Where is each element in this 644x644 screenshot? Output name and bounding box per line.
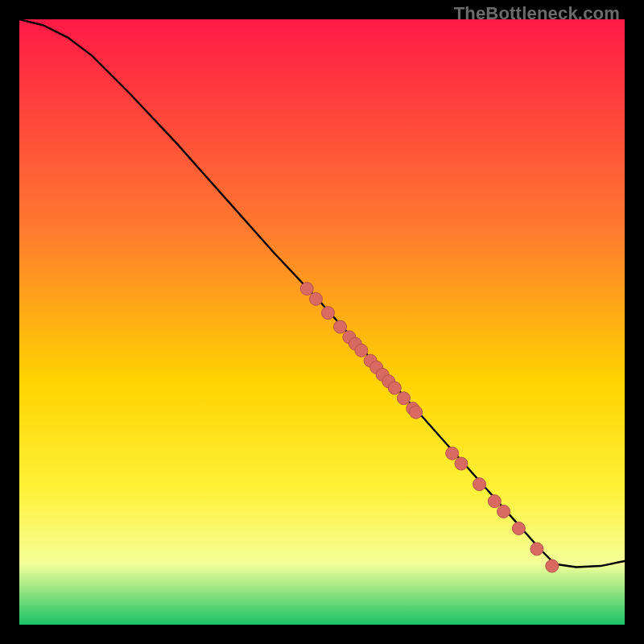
- data-dot: [497, 505, 510, 518]
- data-dot: [355, 344, 368, 357]
- data-dot: [300, 283, 313, 295]
- data-dot: [446, 447, 459, 460]
- watermark-text: TheBottleneck.com: [454, 3, 620, 24]
- data-dot: [488, 495, 501, 508]
- plot-frame: [19, 19, 625, 625]
- data-dot: [473, 478, 486, 491]
- data-dot: [398, 392, 411, 405]
- data-dot: [410, 406, 423, 419]
- data-dot: [546, 559, 559, 572]
- data-dot: [530, 543, 543, 555]
- data-dot: [309, 292, 322, 305]
- data-dot: [512, 522, 525, 535]
- data-dot: [388, 382, 401, 394]
- chart-svg: [19, 19, 625, 625]
- data-dot: [334, 320, 347, 333]
- gradient-bg: [19, 19, 625, 625]
- data-dot: [322, 307, 335, 320]
- data-dot: [455, 457, 468, 470]
